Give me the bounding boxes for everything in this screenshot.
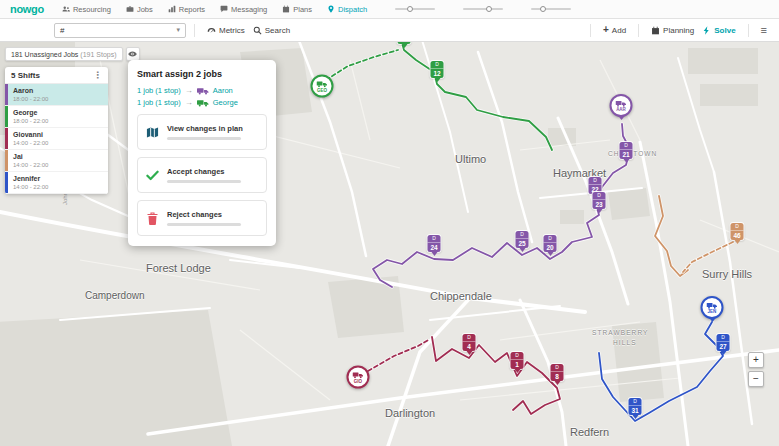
solve-button[interactable]: Solve [698,24,739,37]
divider [638,24,639,37]
stop-type: D [431,61,444,69]
stop-marker-d12[interactable]: D12 [431,61,444,85]
filter-input[interactable]: # ▾ [54,23,186,38]
stop-type: D [629,398,642,406]
planning-button[interactable]: Planning [647,24,698,37]
action-accept-changes[interactable]: Accept changes [137,157,267,193]
stop-marker-d4[interactable]: D4 [463,334,476,358]
nav-item-resourcing[interactable]: Resourcing [62,5,111,14]
shift-row-george[interactable]: George18:00 - 22:00 [5,106,108,128]
stop-marker-d20[interactable]: D20 [544,235,557,259]
stop-marker-d31[interactable]: D31 [629,398,642,422]
job-count: 1 job (1 stop) [137,98,181,107]
chevron-down-icon: ▾ [176,26,180,34]
filter-value: # [60,26,64,35]
stop-number: 31 [629,406,642,416]
job-count: 1 job (1 stop) [137,86,181,95]
nav-item-reports[interactable]: Reports [168,5,205,14]
driver-link-george[interactable]: George [213,98,238,107]
action-label: Reject changes [167,210,241,219]
stop-marker-d25[interactable]: D25 [516,231,529,255]
slider-knob[interactable] [486,6,492,12]
visibility-toggle[interactable] [126,47,140,61]
stop-marker-d1[interactable]: D1 [511,352,524,376]
stop-type: D [551,364,564,372]
truck-icon [707,302,718,309]
zoom-out-button[interactable]: − [748,371,764,387]
shift-row-giovanni[interactable]: Giovanni14:00 - 22:00 [5,128,108,150]
stop-number: 24 [428,243,441,253]
plan-icon [146,126,159,139]
solve-icon [702,26,711,35]
driver-link-aaron[interactable]: Aaron [213,86,233,95]
shift-row-jai[interactable]: Jai14:00 - 22:00 [5,150,108,172]
nav-item-dispatch[interactable]: Dispatch [327,5,367,14]
stop-number: 1 [511,360,524,370]
zoom-in-button[interactable]: + [748,352,764,368]
slider-control-1[interactable] [395,8,435,10]
action-subtext-line [167,223,241,226]
slider-knob[interactable] [540,6,546,12]
driver-marker-aar[interactable]: AAR [610,94,633,124]
logo[interactable]: nowgo [10,3,44,15]
shift-row-jennifer[interactable]: Jennifer14:00 - 22:00 [5,172,108,194]
divider [194,24,195,37]
driver-code: GIO [354,378,362,383]
add-button[interactable]: + Add [599,23,630,37]
shift-time: 18:00 - 22:00 [13,96,48,103]
badge-row: 181 Unassigned Jobs (191 Stops) [5,47,140,61]
eye-icon [128,51,137,57]
stop-marker-d23[interactable]: D23 [593,192,606,216]
divider [748,24,749,37]
divider [590,24,591,37]
unassigned-jobs-badge[interactable]: 181 Unassigned Jobs (191 Stops) [5,47,123,61]
metrics-button[interactable]: Metrics [203,24,249,37]
slider-control-3[interactable] [531,8,571,10]
shift-time: 14:00 - 22:00 [13,140,48,147]
action-subtext-line [167,137,241,140]
stop-type: D [593,192,606,200]
trash-icon [146,212,159,225]
stop-marker-d46[interactable]: D46 [731,223,744,247]
nav-item-jobs[interactable]: Jobs [126,5,153,14]
stop-type: D [589,177,602,185]
assignment-list: 1 job (1 stop)→Aaron1 job (1 stop)→Georg… [137,86,267,107]
truck-icon [197,87,209,95]
stop-type: D [463,334,476,342]
driver-marker-gio[interactable]: GIO [347,366,370,389]
chat-icon [220,5,228,13]
shifts-panel: 5 Shifts ⋮ Aaron18:00 - 22:00George18:00… [5,67,108,194]
slider-control-2[interactable] [463,8,503,10]
shift-time: 14:00 - 22:00 [13,162,48,169]
unassigned-stops: (191 Stops) [80,51,116,58]
stop-type: D [516,231,529,239]
zoom-controls: + − [748,352,764,387]
assignment-row: 1 job (1 stop)→Aaron [137,86,267,95]
nav-item-messaging[interactable]: Messaging [220,5,267,14]
slider-knob[interactable] [407,6,413,12]
menu-button[interactable]: ≡ [757,23,771,38]
unassigned-count: 181 Unassigned Jobs [11,51,78,58]
kebab-menu-icon[interactable]: ⋮ [93,71,102,80]
stop-marker-d27[interactable]: D27 [717,334,730,358]
shift-name: George [13,109,48,117]
truck-icon [197,99,209,107]
driver-marker-geo[interactable]: GEO [311,75,334,98]
stop-number: 4 [463,342,476,352]
action-view-changes-in-plan[interactable]: View changes in plan [137,114,267,150]
driver-code: GEO [317,87,327,92]
driver-marker-jen[interactable]: JEN [701,296,724,326]
stop-marker-d21[interactable]: D21 [620,142,633,166]
action-reject-changes[interactable]: Reject changes [137,200,267,236]
arrow-right-icon: → [185,98,193,107]
shift-row-aaron[interactable]: Aaron18:00 - 22:00 [5,84,108,106]
stop-marker-d8[interactable]: D8 [551,364,564,388]
truck-icon [353,371,364,378]
stop-marker-d24[interactable]: D24 [428,235,441,259]
search-button[interactable]: Search [249,24,294,37]
plus-icon: + [603,25,609,35]
stop-number: 20 [544,243,557,253]
shift-name: Aaron [13,87,48,95]
truck-icon [616,100,627,107]
nav-item-plans[interactable]: Plans [282,5,312,14]
